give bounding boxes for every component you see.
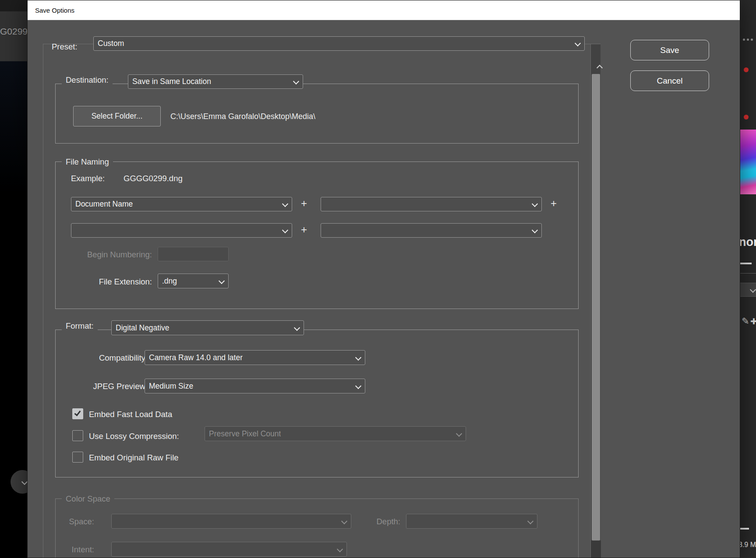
file-extension-select[interactable]: .dng: [158, 274, 229, 288]
chevron-down-icon: [337, 547, 343, 552]
more-options-icon[interactable]: [743, 39, 755, 41]
chevron-up-icon: [597, 63, 602, 69]
destination-select[interactable]: Save in Same Location: [128, 74, 303, 89]
background-thumbnail[interactable]: [740, 130, 756, 194]
background-divider: [740, 273, 756, 274]
lossy-compression-checkbox[interactable]: [72, 430, 83, 441]
file-size-label: 3.9 MB: [738, 541, 756, 549]
embed-fast-load-label: Embed Fast Load Data: [89, 409, 172, 420]
chevron-down-icon: [294, 325, 300, 331]
select-folder-button[interactable]: Select Folder...: [73, 106, 161, 126]
format-label: Format:: [62, 320, 98, 332]
naming-token-select-1[interactable]: Document Name: [71, 197, 292, 211]
chevron-down-icon: [527, 519, 533, 524]
intent-label: Intent:: [56, 544, 94, 555]
plus-separator: +: [301, 197, 307, 210]
preset-label: Preset:: [52, 42, 78, 52]
notification-dot: [744, 115, 749, 119]
chevron-down-icon: [355, 383, 361, 389]
begin-numbering-input: [158, 247, 229, 261]
destination-value: Save in Same Location: [132, 77, 211, 86]
chevron-down-icon: [575, 41, 580, 46]
embed-original-raw-label: Embed Original Raw File: [89, 453, 179, 463]
check-icon: [74, 409, 81, 416]
depth-select: [406, 514, 537, 529]
move-icon[interactable]: ✚: [750, 316, 756, 326]
embed-original-raw-checkbox[interactable]: [72, 452, 83, 463]
chevron-down-icon: [282, 201, 288, 207]
background-dropdown-fragment[interactable]: [740, 283, 756, 297]
pencil-icon[interactable]: ✎: [742, 316, 749, 326]
save-button[interactable]: Save: [630, 40, 709, 60]
lossy-compression-select: Preserve Pixel Count: [205, 426, 466, 441]
file-extension-label: File Extension:: [56, 277, 152, 287]
notification-dot: [744, 67, 749, 72]
preset-select[interactable]: Custom: [93, 36, 585, 51]
background-top-bar: [0, 0, 27, 11]
format-value: Digital Negative: [116, 323, 170, 333]
background-underline: [740, 263, 752, 264]
background-right-panel: [740, 0, 756, 558]
plus-separator: +: [301, 223, 307, 236]
format-select[interactable]: Digital Negative: [111, 320, 304, 335]
jpeg-preview-label: JPEG Preview:: [56, 381, 148, 392]
begin-numbering-label: Begin Numbering:: [56, 249, 152, 260]
chevron-down-icon: [456, 431, 462, 437]
background-text-fragment: nore ir: [739, 235, 756, 249]
example-label: Example:: [71, 173, 105, 184]
format-group: Format: Digital Negative Compatibility: …: [55, 330, 579, 477]
file-naming-group: File Naming Example: GGGG0299.dng Docume…: [55, 161, 579, 309]
chevron-down-icon: [341, 519, 347, 524]
scrollbar[interactable]: [590, 44, 601, 558]
chevron-down-icon: [21, 479, 27, 485]
destination-label: Destination:: [62, 74, 113, 86]
naming-token-select-3[interactable]: [71, 223, 292, 238]
plus-separator: +: [551, 197, 557, 210]
chevron-down-icon: [219, 278, 224, 284]
naming-token-select-2[interactable]: [321, 197, 542, 211]
space-select: [111, 514, 351, 529]
destination-path: C:\Users\Emma Garofalo\Desktop\Media\: [170, 111, 315, 122]
color-space-label: Color Space: [62, 493, 114, 505]
file-extension-value: .dng: [162, 277, 177, 286]
dialog-title: Save Options: [35, 7, 74, 14]
jpeg-preview-value: Medium Size: [149, 382, 193, 391]
compatibility-label: Compatibility:: [56, 353, 148, 363]
naming-token-value-1: Document Name: [75, 200, 133, 209]
chevron-down-icon: [282, 228, 288, 233]
scroll-up-button[interactable]: [591, 62, 601, 73]
naming-token-select-4[interactable]: [321, 223, 542, 238]
background-dash: [740, 528, 749, 530]
cancel-button[interactable]: Cancel: [630, 70, 709, 91]
chevron-down-icon: [532, 201, 537, 207]
chevron-down-icon: [355, 355, 361, 361]
example-filename: GGGG0299.dng: [124, 173, 183, 184]
chevron-down-icon: [750, 287, 756, 293]
preset-value: Custom: [98, 39, 124, 48]
space-label: Space:: [56, 516, 94, 527]
scrollbar-thumb[interactable]: [592, 74, 600, 540]
lossy-compression-value: Preserve Pixel Count: [209, 429, 281, 439]
scrollbar-track-end: [591, 540, 601, 558]
depth-label: Depth:: [357, 516, 400, 527]
background-filename-fragment: G0299: [0, 26, 28, 37]
embed-fast-load-checkbox[interactable]: [72, 408, 83, 419]
chevron-down-icon: [293, 79, 299, 84]
compatibility-select[interactable]: Camera Raw 14.0 and later: [145, 350, 365, 365]
save-options-dialog: Save Options Preset: Custom Save Cancel …: [27, 0, 740, 558]
jpeg-preview-select[interactable]: Medium Size: [145, 379, 365, 393]
destination-group: Destination: Save in Same Location Selec…: [55, 84, 579, 144]
lossy-compression-label: Use Lossy Compression:: [89, 431, 179, 442]
chevron-down-icon: [532, 228, 537, 233]
compatibility-value: Camera Raw 14.0 and later: [149, 353, 243, 362]
file-naming-label: File Naming: [62, 156, 113, 168]
dialog-titlebar[interactable]: Save Options: [28, 0, 740, 20]
color-space-group: Color Space Space: Depth: Intent:: [55, 498, 579, 558]
intent-select: [111, 542, 347, 557]
